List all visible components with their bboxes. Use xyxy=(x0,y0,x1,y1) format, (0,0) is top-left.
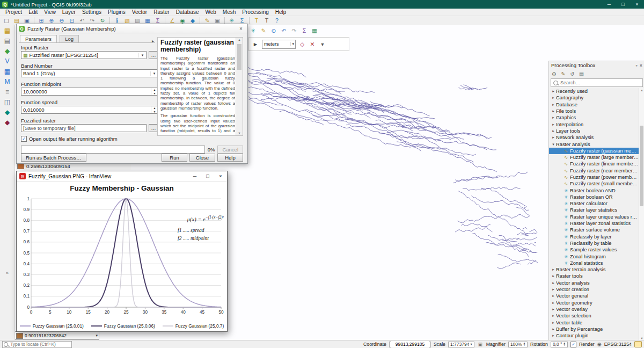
tab-log[interactable]: Log xyxy=(60,35,79,43)
function-midpoint-spinbox[interactable]: 10,000000 ▲▼ xyxy=(21,88,158,96)
toolbox-item-raster-terrain-analysis[interactable]: ▸Raster terrain analysis xyxy=(549,266,639,273)
menu-view[interactable]: View xyxy=(41,9,59,15)
toolbox-item-fuzzify-raster-small-membership[interactable]: ∿Fuzzify raster (small membership) xyxy=(549,180,639,187)
toolbox-item-sample-raster-values[interactable]: ✳Sample raster values xyxy=(549,247,639,253)
data-source-manager-icon[interactable]: ▦ xyxy=(1,25,14,35)
toolbox-item-zonal-statistics[interactable]: ✳Zonal statistics xyxy=(549,260,639,266)
output-raster-input[interactable]: [Save to temporary file] xyxy=(21,124,147,132)
add-spatialite-layer-icon[interactable]: ◆ xyxy=(1,117,14,127)
help-scrollbar[interactable]: ▲ ▼ xyxy=(236,38,243,135)
minimize-button[interactable]: ─ xyxy=(188,171,201,181)
toolbox-item-buffer-by-percentage[interactable]: ▸Buffer by Percentage xyxy=(549,326,639,332)
browser-panel-icon[interactable]: ▤ xyxy=(1,35,14,46)
toolbox-item-raster-calculator[interactable]: ✳Raster calculator xyxy=(549,200,639,207)
toolbox-item-interpolation[interactable]: ▸Interpolation xyxy=(549,121,639,127)
add-postgis-layer-icon[interactable]: ◫ xyxy=(1,97,14,107)
toolbox-item-vector-creation[interactable]: ▸Vector creation xyxy=(549,286,639,293)
rotation-spinbox[interactable]: 0,0 ° ▲▼ xyxy=(551,342,568,347)
toolbox-item-vector-table[interactable]: ▸Vector table xyxy=(549,319,639,325)
add-vector-layer-icon[interactable]: V xyxy=(1,56,14,66)
close-button[interactable]: Close xyxy=(189,154,215,162)
units-combo[interactable]: meters ▾ xyxy=(262,40,296,49)
toolbox-search-input[interactable] xyxy=(559,79,641,86)
toolbox-item-raster-boolean-or[interactable]: ✳Raster boolean OR xyxy=(549,194,639,200)
toolbox-item-fuzzify-raster-gaussian-membership[interactable]: ∿Fuzzify raster (gaussian membership) xyxy=(549,148,639,154)
maximize-button[interactable]: □ xyxy=(616,0,630,9)
menu-help[interactable]: Help xyxy=(272,9,290,15)
text-annotation-icon[interactable]: T xyxy=(262,17,272,25)
cancel-button[interactable]: Cancel xyxy=(217,146,243,154)
toolbox-item-raster-boolean-and[interactable]: ✳Raster boolean AND xyxy=(549,187,639,193)
minimize-button[interactable]: ─ xyxy=(602,0,616,9)
vertex-tool-icon[interactable]: ⊙ xyxy=(269,27,279,35)
toolbox-item-raster-layer-unique-values-report[interactable]: ✳Raster layer unique values report xyxy=(549,214,639,220)
menu-project[interactable]: Project xyxy=(2,9,25,15)
menu-mesh[interactable]: Mesh xyxy=(219,9,239,15)
toolbox-item-vector-geometry[interactable]: ▸Vector geometry xyxy=(549,300,639,306)
measure-pointer-icon[interactable]: ► xyxy=(251,40,260,48)
toolbox-item-vector-overlay[interactable]: ▸Vector overlay xyxy=(549,306,639,313)
maximize-button[interactable]: □ xyxy=(201,171,214,181)
advanced-digitizing-icon[interactable]: ▾ xyxy=(318,40,327,48)
toolbox-item-database[interactable]: ▸Database xyxy=(549,102,639,108)
help-contents-icon[interactable]: ? xyxy=(272,17,282,25)
help-button[interactable]: Help xyxy=(217,154,243,162)
close-button[interactable]: × xyxy=(214,171,227,181)
toggle-editing-icon[interactable]: ✎ xyxy=(259,27,268,35)
tab-parameters[interactable]: Parameters xyxy=(20,35,57,43)
toolbox-item-reclassify-by-table[interactable]: ✳Reclassify by table xyxy=(549,240,639,247)
close-icon[interactable]: × xyxy=(235,26,247,32)
toolbox-item-fuzzify-raster-power-membership[interactable]: ∿Fuzzify raster (power membership) xyxy=(549,174,639,180)
toolbox-item-vector-analysis[interactable]: ▸Vector analysis xyxy=(549,280,639,286)
menu-raster[interactable]: Raster xyxy=(150,9,172,15)
spin-buttons[interactable]: ▲▼ xyxy=(523,342,525,347)
run-button[interactable]: Run xyxy=(162,154,187,162)
new-project-icon[interactable]: ▢ xyxy=(2,17,11,25)
coordinate-input[interactable] xyxy=(391,341,429,347)
snapping-icon[interactable]: ◇ xyxy=(297,40,307,48)
spin-down-icon[interactable]: ▼ xyxy=(523,344,525,347)
toolbox-item-fuzzify-raster-near-membership[interactable]: ∿Fuzzify raster (near membership) xyxy=(549,168,639,174)
menu-vector[interactable]: Vector xyxy=(129,9,150,15)
undo-icon[interactable]: ↶ xyxy=(279,27,289,35)
toolbox-item-reclassify-by-layer[interactable]: ✳Reclassify by layer xyxy=(549,234,639,240)
toolbox-item-cartography[interactable]: ▸Cartography xyxy=(549,95,639,101)
menu-processing[interactable]: Processing xyxy=(239,9,272,15)
close-button[interactable]: × xyxy=(630,0,644,9)
toolbox-scrollbar[interactable]: ▲ ▼ xyxy=(639,88,644,340)
menu-layer[interactable]: Layer xyxy=(59,9,79,15)
float-panel-icon[interactable]: ▫ xyxy=(636,63,638,68)
menu-plugins[interactable]: Plugins xyxy=(105,9,129,15)
toolbox-results-viewer-icon[interactable]: ▤ xyxy=(577,70,586,78)
toolbox-item-raster-analysis[interactable]: ▾Raster analysis xyxy=(549,141,639,147)
toolbox-item-network-analysis[interactable]: ▸Network analysis xyxy=(549,134,639,141)
locate-search[interactable] xyxy=(2,341,72,348)
toolbox-options-icon[interactable]: ⚙ xyxy=(550,70,558,78)
scale-combo[interactable]: 1:773794 ▾ xyxy=(448,342,474,347)
statistical-summary-icon[interactable]: Σ xyxy=(299,27,309,35)
function-spread-spinbox[interactable]: 0,010000 ▲▼ xyxy=(21,106,158,114)
toolbox-item-fuzzify-raster-large-membership[interactable]: ∿Fuzzify raster (large membership) xyxy=(549,154,639,161)
toolbox-item-layer-tools[interactable]: ▸Layer tools xyxy=(549,128,639,134)
menu-settings[interactable]: Settings xyxy=(79,9,105,15)
toolbox-item-fuzzify-raster-linear-membership[interactable]: ∿Fuzzify raster (linear membership) xyxy=(549,161,639,167)
toolbox-item-file-tools[interactable]: ▸File tools xyxy=(549,108,639,114)
scroll-up-icon[interactable]: ▲ xyxy=(639,89,644,92)
menu-web[interactable]: Web xyxy=(202,9,219,15)
menu-database[interactable]: Database xyxy=(173,9,202,15)
help-collapse-icon[interactable]: ▸ xyxy=(152,39,154,44)
label-options-icon[interactable]: T xyxy=(252,17,261,25)
toolbox-item-raster-tools[interactable]: ▸Raster tools xyxy=(549,273,639,279)
tracing-close-icon[interactable]: ✕ xyxy=(308,40,317,48)
magnifier-spinbox[interactable]: 100% ▲▼ xyxy=(508,342,528,347)
locate-input[interactable] xyxy=(9,342,71,347)
spin-buttons[interactable]: ▲▼ xyxy=(563,342,565,347)
band-number-combo[interactable]: Band 1 (Gray) ▾ xyxy=(21,69,158,77)
scrollbar-thumb[interactable] xyxy=(237,44,241,70)
input-raster-combo[interactable]: ▦ Fuzzified raster [EPSG:31254] ▾ xyxy=(21,51,147,59)
messages-icon[interactable] xyxy=(634,341,642,347)
toolbox-item-raster-layer-statistics[interactable]: ✳Raster layer statistics xyxy=(549,207,639,213)
toolbox-search[interactable] xyxy=(551,78,643,87)
add-wms-layer-icon[interactable]: ◆ xyxy=(1,107,14,117)
toolbox-models-icon[interactable]: ✎ xyxy=(559,70,567,78)
